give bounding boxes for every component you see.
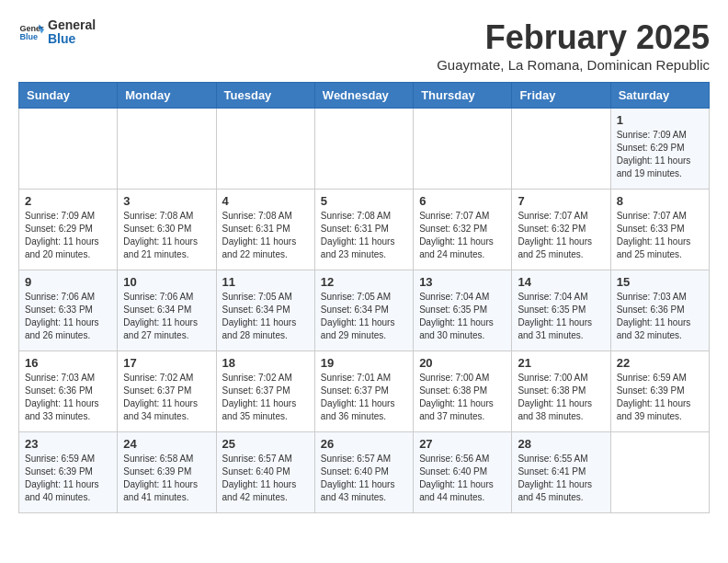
page-header: General Blue General Blue February 2025 … xyxy=(18,18,710,73)
day-number: 2 xyxy=(25,194,111,208)
day-info: Sunrise: 7:03 AM Sunset: 6:36 PM Dayligh… xyxy=(617,291,703,342)
calendar-cell: 4Sunrise: 7:08 AM Sunset: 6:31 PM Daylig… xyxy=(216,190,314,270)
header-sunday: Sunday xyxy=(19,83,118,109)
day-info: Sunrise: 7:07 AM Sunset: 6:32 PM Dayligh… xyxy=(518,210,604,261)
calendar-cell: 24Sunrise: 6:58 AM Sunset: 6:39 PM Dayli… xyxy=(118,432,216,513)
calendar-week-2: 2Sunrise: 7:09 AM Sunset: 6:29 PM Daylig… xyxy=(19,190,710,270)
subtitle: Guaymate, La Romana, Dominican Republic xyxy=(437,57,710,73)
calendar-cell xyxy=(610,432,709,513)
calendar-header-row: SundayMondayTuesdayWednesdayThursdayFrid… xyxy=(19,83,710,109)
day-info: Sunrise: 7:08 AM Sunset: 6:31 PM Dayligh… xyxy=(321,210,407,261)
calendar: SundayMondayTuesdayWednesdayThursdayFrid… xyxy=(18,82,710,513)
calendar-cell: 1Sunrise: 7:09 AM Sunset: 6:29 PM Daylig… xyxy=(610,109,709,190)
calendar-cell: 17Sunrise: 7:02 AM Sunset: 6:37 PM Dayli… xyxy=(118,351,216,432)
logo-icon: General Blue xyxy=(18,19,44,45)
calendar-cell: 12Sunrise: 7:05 AM Sunset: 6:34 PM Dayli… xyxy=(314,270,413,351)
day-number: 25 xyxy=(222,437,309,451)
calendar-cell: 10Sunrise: 7:06 AM Sunset: 6:34 PM Dayli… xyxy=(118,270,216,351)
day-info: Sunrise: 7:07 AM Sunset: 6:32 PM Dayligh… xyxy=(419,210,506,261)
svg-text:Blue: Blue xyxy=(19,33,38,42)
day-info: Sunrise: 7:00 AM Sunset: 6:38 PM Dayligh… xyxy=(419,372,506,423)
calendar-cell: 2Sunrise: 7:09 AM Sunset: 6:29 PM Daylig… xyxy=(19,190,118,270)
day-info: Sunrise: 7:07 AM Sunset: 6:33 PM Dayligh… xyxy=(617,210,703,261)
day-number: 4 xyxy=(222,194,309,208)
day-info: Sunrise: 7:05 AM Sunset: 6:34 PM Dayligh… xyxy=(321,291,407,342)
calendar-cell: 9Sunrise: 7:06 AM Sunset: 6:33 PM Daylig… xyxy=(19,270,118,351)
day-number: 24 xyxy=(123,437,210,451)
day-number: 10 xyxy=(123,275,210,289)
day-number: 19 xyxy=(321,356,407,370)
calendar-week-4: 16Sunrise: 7:03 AM Sunset: 6:36 PM Dayli… xyxy=(19,351,710,432)
day-number: 14 xyxy=(518,275,604,289)
day-info: Sunrise: 7:02 AM Sunset: 6:37 PM Dayligh… xyxy=(222,372,309,423)
day-info: Sunrise: 7:06 AM Sunset: 6:33 PM Dayligh… xyxy=(25,291,111,342)
day-info: Sunrise: 6:57 AM Sunset: 6:40 PM Dayligh… xyxy=(222,453,309,504)
day-info: Sunrise: 7:05 AM Sunset: 6:34 PM Dayligh… xyxy=(222,291,309,342)
day-number: 28 xyxy=(518,437,604,451)
day-number: 16 xyxy=(25,356,111,370)
calendar-cell xyxy=(314,109,413,190)
day-info: Sunrise: 6:55 AM Sunset: 6:41 PM Dayligh… xyxy=(518,453,604,504)
day-number: 7 xyxy=(518,194,604,208)
calendar-cell xyxy=(19,109,118,190)
day-number: 3 xyxy=(123,194,210,208)
calendar-cell: 27Sunrise: 6:56 AM Sunset: 6:40 PM Dayli… xyxy=(414,432,512,513)
calendar-week-5: 23Sunrise: 6:59 AM Sunset: 6:39 PM Dayli… xyxy=(19,432,710,513)
calendar-cell: 26Sunrise: 6:57 AM Sunset: 6:40 PM Dayli… xyxy=(314,432,413,513)
day-number: 21 xyxy=(518,356,604,370)
calendar-cell xyxy=(414,109,512,190)
day-number: 13 xyxy=(419,275,506,289)
day-info: Sunrise: 7:08 AM Sunset: 6:31 PM Dayligh… xyxy=(222,210,309,261)
calendar-cell: 25Sunrise: 6:57 AM Sunset: 6:40 PM Dayli… xyxy=(216,432,314,513)
logo: General Blue General Blue xyxy=(18,18,96,47)
day-number: 9 xyxy=(25,275,111,289)
calendar-cell: 21Sunrise: 7:00 AM Sunset: 6:38 PM Dayli… xyxy=(512,351,610,432)
calendar-cell: 15Sunrise: 7:03 AM Sunset: 6:36 PM Dayli… xyxy=(610,270,709,351)
header-thursday: Thursday xyxy=(414,83,512,109)
day-info: Sunrise: 7:06 AM Sunset: 6:34 PM Dayligh… xyxy=(123,291,210,342)
day-number: 1 xyxy=(617,113,703,127)
day-number: 6 xyxy=(419,194,506,208)
logo-line2: Blue xyxy=(48,32,96,46)
calendar-cell: 22Sunrise: 6:59 AM Sunset: 6:39 PM Dayli… xyxy=(610,351,709,432)
calendar-cell xyxy=(216,109,314,190)
day-info: Sunrise: 7:01 AM Sunset: 6:37 PM Dayligh… xyxy=(321,372,407,423)
calendar-cell xyxy=(512,109,610,190)
header-wednesday: Wednesday xyxy=(314,83,413,109)
day-number: 8 xyxy=(617,194,703,208)
day-number: 20 xyxy=(419,356,506,370)
day-info: Sunrise: 6:56 AM Sunset: 6:40 PM Dayligh… xyxy=(419,453,506,504)
calendar-cell: 13Sunrise: 7:04 AM Sunset: 6:35 PM Dayli… xyxy=(414,270,512,351)
calendar-week-3: 9Sunrise: 7:06 AM Sunset: 6:33 PM Daylig… xyxy=(19,270,710,351)
calendar-cell: 23Sunrise: 6:59 AM Sunset: 6:39 PM Dayli… xyxy=(19,432,118,513)
title-block: February 2025 Guaymate, La Romana, Domin… xyxy=(437,18,710,73)
calendar-week-1: 1Sunrise: 7:09 AM Sunset: 6:29 PM Daylig… xyxy=(19,109,710,190)
calendar-cell xyxy=(118,109,216,190)
header-monday: Monday xyxy=(118,83,216,109)
logo-line1: General xyxy=(48,18,96,32)
day-number: 11 xyxy=(222,275,309,289)
day-info: Sunrise: 7:02 AM Sunset: 6:37 PM Dayligh… xyxy=(123,372,210,423)
day-number: 26 xyxy=(321,437,407,451)
calendar-cell: 18Sunrise: 7:02 AM Sunset: 6:37 PM Dayli… xyxy=(216,351,314,432)
day-info: Sunrise: 6:59 AM Sunset: 6:39 PM Dayligh… xyxy=(617,372,703,423)
calendar-cell: 8Sunrise: 7:07 AM Sunset: 6:33 PM Daylig… xyxy=(610,190,709,270)
day-info: Sunrise: 7:09 AM Sunset: 6:29 PM Dayligh… xyxy=(617,129,703,180)
day-number: 27 xyxy=(419,437,506,451)
calendar-cell: 7Sunrise: 7:07 AM Sunset: 6:32 PM Daylig… xyxy=(512,190,610,270)
day-number: 15 xyxy=(617,275,703,289)
day-info: Sunrise: 7:04 AM Sunset: 6:35 PM Dayligh… xyxy=(518,291,604,342)
day-number: 18 xyxy=(222,356,309,370)
day-info: Sunrise: 7:09 AM Sunset: 6:29 PM Dayligh… xyxy=(25,210,111,261)
calendar-cell: 20Sunrise: 7:00 AM Sunset: 6:38 PM Dayli… xyxy=(414,351,512,432)
day-number: 22 xyxy=(617,356,703,370)
day-info: Sunrise: 7:04 AM Sunset: 6:35 PM Dayligh… xyxy=(419,291,506,342)
day-number: 17 xyxy=(123,356,210,370)
day-info: Sunrise: 7:00 AM Sunset: 6:38 PM Dayligh… xyxy=(518,372,604,423)
calendar-cell: 16Sunrise: 7:03 AM Sunset: 6:36 PM Dayli… xyxy=(19,351,118,432)
header-friday: Friday xyxy=(512,83,610,109)
day-info: Sunrise: 7:03 AM Sunset: 6:36 PM Dayligh… xyxy=(25,372,111,423)
calendar-cell: 14Sunrise: 7:04 AM Sunset: 6:35 PM Dayli… xyxy=(512,270,610,351)
day-number: 12 xyxy=(321,275,407,289)
day-info: Sunrise: 6:57 AM Sunset: 6:40 PM Dayligh… xyxy=(321,453,407,504)
